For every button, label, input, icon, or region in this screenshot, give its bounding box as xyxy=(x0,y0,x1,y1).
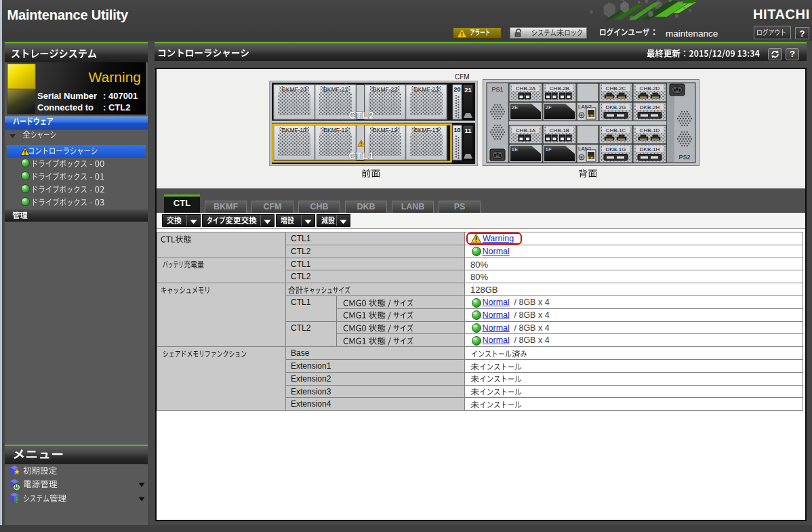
svg-text:BKMF-10: BKMF-10 xyxy=(282,127,306,134)
svg-text:CHB-2C: CHB-2C xyxy=(606,85,626,91)
svg-text:CTL2: CTL2 xyxy=(348,109,374,121)
svg-text:CHB-1C: CHB-1C xyxy=(606,127,626,134)
svg-text:10: 10 xyxy=(453,127,460,134)
svg-text:CHB-1B: CHB-1B xyxy=(550,127,569,134)
svg-text:CHB-1D: CHB-1D xyxy=(640,127,660,134)
svg-text:11: 11 xyxy=(464,127,472,134)
svg-text:CHB-2D: CHB-2D xyxy=(640,85,660,91)
svg-text:BKMF-22: BKMF-22 xyxy=(373,86,397,93)
svg-text:PS2: PS2 xyxy=(678,154,690,161)
svg-text:PS1: PS1 xyxy=(491,86,503,93)
svg-text:CHB-1A: CHB-1A xyxy=(516,127,536,134)
svg-text:DKB-1G: DKB-1G xyxy=(606,146,626,152)
svg-text:DKB-2H: DKB-2H xyxy=(640,104,660,110)
svg-text:2F: 2F xyxy=(546,104,552,110)
svg-text:BKMF-12: BKMF-12 xyxy=(373,127,397,134)
svg-text:CHB-2A: CHB-2A xyxy=(516,85,536,91)
svg-text:CHB-2B: CHB-2B xyxy=(550,85,569,91)
svg-text:1F: 1F xyxy=(546,146,552,152)
svg-text:BKMF-20: BKMF-20 xyxy=(282,86,306,93)
svg-text:BKMF-21: BKMF-21 xyxy=(323,86,348,93)
svg-text:2E: 2E xyxy=(512,104,519,110)
svg-text:21: 21 xyxy=(464,86,472,94)
svg-text:BKMF-11: BKMF-11 xyxy=(323,127,348,134)
svg-text:BKMF-13: BKMF-13 xyxy=(414,127,439,134)
svg-text:1E: 1E xyxy=(512,146,519,152)
svg-text:20: 20 xyxy=(453,86,460,93)
svg-text:BKMF-23: BKMF-23 xyxy=(414,86,439,93)
svg-text:DKB-2G: DKB-2G xyxy=(606,104,626,110)
svg-text:CTL1: CTL1 xyxy=(348,150,374,161)
svg-text:DKB-1H: DKB-1H xyxy=(640,146,660,152)
